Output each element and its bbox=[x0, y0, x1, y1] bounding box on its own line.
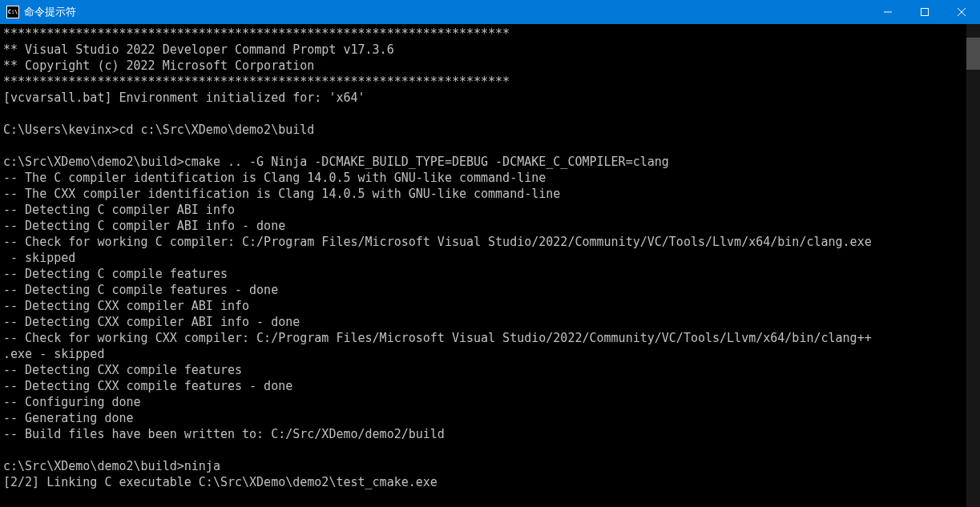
close-button[interactable] bbox=[943, 0, 980, 24]
terminal-line: [vcvarsall.bat] Environment initialized … bbox=[3, 90, 963, 106]
terminal-line: -- Detecting CXX compile features - done bbox=[3, 378, 963, 394]
terminal-line: .exe - skipped bbox=[3, 346, 963, 362]
terminal-line: -- Build files have been written to: C:/… bbox=[3, 426, 963, 442]
terminal-line: -- Generating done bbox=[3, 410, 963, 426]
window-title: 命令提示符 bbox=[24, 5, 869, 19]
terminal-line: -- Check for working C compiler: C:/Prog… bbox=[3, 234, 963, 250]
terminal-line: -- Detecting CXX compiler ABI info - don… bbox=[3, 314, 963, 330]
svg-rect-1 bbox=[922, 9, 929, 16]
terminal-line: c:\Src\XDemo\demo2\build>ninja bbox=[3, 458, 963, 474]
terminal-line: -- Detecting C compiler ABI info - done bbox=[3, 218, 963, 234]
terminal-line: C:\Users\kevinx>cd c:\Src\XDemo\demo2\bu… bbox=[3, 122, 963, 138]
terminal-line: c:\Src\XDemo\demo2\build>cmake .. -G Nin… bbox=[3, 154, 963, 170]
terminal-line: -- The CXX compiler identification is Cl… bbox=[3, 186, 963, 202]
terminal-line: ** Visual Studio 2022 Developer Command … bbox=[3, 42, 963, 58]
terminal-line: -- Detecting CXX compiler ABI info bbox=[3, 298, 963, 314]
terminal-wrapper: ****************************************… bbox=[0, 24, 980, 507]
terminal-line bbox=[3, 106, 963, 122]
terminal-output[interactable]: ****************************************… bbox=[0, 24, 966, 507]
scrollbar-thumb[interactable] bbox=[966, 38, 980, 70]
terminal-line bbox=[3, 490, 963, 506]
terminal-line: -- Check for working CXX compiler: C:/Pr… bbox=[3, 330, 963, 346]
terminal-line: [2/2] Linking C executable C:\Src\XDemo\… bbox=[3, 474, 963, 490]
terminal-line: -- Detecting C compiler ABI info bbox=[3, 202, 963, 218]
window-icon: C:\ bbox=[6, 6, 19, 18]
scrollbar[interactable] bbox=[966, 24, 980, 507]
terminal-line bbox=[3, 442, 963, 458]
terminal-line: -- Detecting C compile features bbox=[3, 266, 963, 282]
window-icon-text: C:\ bbox=[8, 9, 18, 15]
terminal-line: ** Copyright (c) 2022 Microsoft Corporat… bbox=[3, 58, 963, 74]
terminal-line bbox=[3, 138, 963, 154]
window-titlebar: C:\ 命令提示符 bbox=[0, 0, 980, 24]
terminal-line: ****************************************… bbox=[3, 26, 963, 42]
terminal-line: -- Detecting C compile features - done bbox=[3, 282, 963, 298]
terminal-line: ****************************************… bbox=[3, 74, 963, 90]
terminal-line: -- Configuring done bbox=[3, 394, 963, 410]
minimize-button[interactable] bbox=[869, 0, 906, 24]
terminal-line: - skipped bbox=[3, 250, 963, 266]
window-controls bbox=[869, 0, 980, 24]
terminal-line: -- Detecting CXX compile features bbox=[3, 362, 963, 378]
terminal-line: -- The C compiler identification is Clan… bbox=[3, 170, 963, 186]
maximize-button[interactable] bbox=[906, 0, 943, 24]
